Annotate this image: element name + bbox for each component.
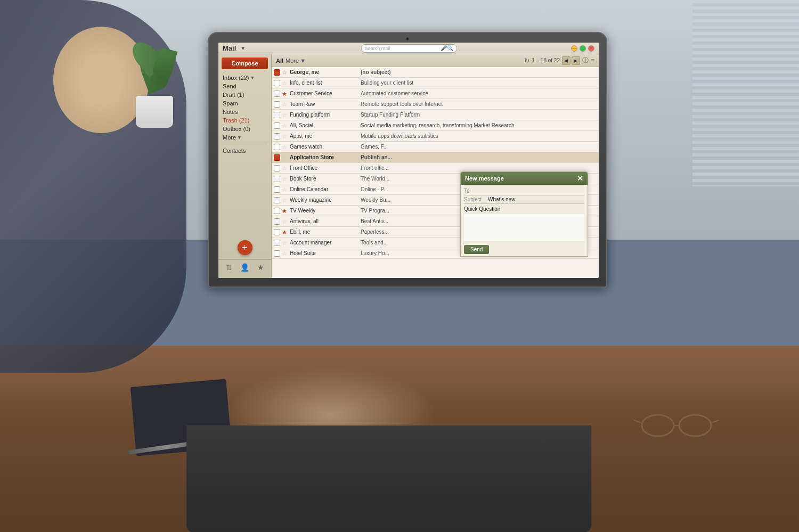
laptop-keyboard: // Will render keys via JS below [186, 425, 591, 532]
table-row[interactable]: ☆ Application Store Publish an... [272, 152, 599, 163]
star-icon[interactable]: ☆ [282, 240, 288, 246]
table-row[interactable]: ★ Customer Service Automated customer se… [272, 88, 599, 99]
minimize-button[interactable]: — [571, 45, 577, 52]
refresh-button[interactable]: ↻ [524, 57, 529, 64]
table-row[interactable]: ☆ Apps, me Mobile apps downloads statist… [272, 131, 599, 142]
star-icon[interactable]: ☆ [282, 144, 288, 150]
laptop-bezel: Mail ▼ Search mail 🎤 🔍 — □ ✕ [208, 32, 607, 288]
star-icon[interactable]: ☆ [282, 176, 288, 182]
quick-question-text[interactable]: Quick Question [464, 206, 584, 212]
table-row[interactable]: ☆ Team Raw Remote support tools over Int… [272, 99, 599, 110]
sender-name: Book Store [290, 176, 359, 182]
filter-icon[interactable]: ⇅ [226, 263, 232, 272]
new-message-body: To Subject What's new Quick Question [461, 185, 588, 243]
sender-name: All, Social [290, 122, 359, 128]
contacts-icon[interactable]: 👤 [240, 263, 249, 272]
star-icon[interactable]: ☆ [282, 69, 288, 76]
star-icon[interactable]: ★ [282, 208, 288, 214]
title-dropdown-icon[interactable]: ▼ [239, 45, 247, 52]
sidebar-item-inbox[interactable]: Inbox (22) ▼ [218, 73, 271, 82]
draft-label: Draft (1) [223, 92, 244, 98]
sidebar-item-outbox[interactable]: Outbox (0) [218, 125, 271, 133]
email-checkbox[interactable] [274, 112, 280, 118]
star-icon[interactable]: ☆ [282, 165, 288, 171]
star-icon[interactable]: ☆ [282, 133, 288, 140]
email-checkbox[interactable] [274, 91, 280, 97]
star-icon[interactable]: ☆ [282, 250, 288, 257]
to-field: To [464, 187, 584, 195]
email-checkbox[interactable] [274, 197, 280, 203]
prev-page-button[interactable]: ◀ [562, 56, 570, 65]
plant [123, 21, 186, 128]
star-icon[interactable]: ☆ [282, 101, 288, 108]
star-icon[interactable]: ★ [282, 229, 288, 235]
sender-name: Ebill, me [290, 229, 359, 235]
star-icon[interactable]: ☆ [282, 80, 288, 86]
title-bar: Mail ▼ Search mail 🎤 🔍 — □ ✕ [218, 43, 599, 54]
star-icon[interactable]: ☆ [282, 197, 288, 203]
info-button[interactable]: ⓘ [582, 56, 589, 65]
sender-name: Customer Service [290, 91, 359, 96]
email-subject: Automated customer service [361, 91, 597, 96]
email-checkbox[interactable] [274, 144, 280, 150]
search-box[interactable]: Search mail 🎤 🔍 [361, 44, 457, 53]
new-message-title: New message [465, 175, 504, 182]
star-icon[interactable]: ☆ [282, 112, 288, 118]
email-checkbox[interactable] [274, 186, 280, 193]
email-checkbox[interactable] [274, 208, 280, 214]
sidebar-item-notes[interactable]: Notes [218, 108, 271, 116]
subject-input[interactable]: What's new [488, 197, 584, 202]
table-row[interactable]: ☆ George, me (no subject) [272, 67, 599, 78]
more-filter[interactable]: More ▼ [286, 58, 306, 64]
sidebar-divider [222, 144, 268, 144]
email-checkbox[interactable] [274, 240, 280, 246]
email-checkbox[interactable] [274, 218, 280, 225]
spam-label: Spam [223, 100, 238, 107]
email-subject: (no subject) [361, 69, 597, 75]
star-icon[interactable]: ☆ [282, 122, 288, 129]
email-checkbox[interactable] [274, 101, 280, 108]
star-icon[interactable]: ☆ [282, 218, 288, 225]
email-checkbox[interactable] [274, 69, 280, 76]
email-checkbox[interactable] [274, 122, 280, 129]
search-icon[interactable]: 🔍 [447, 45, 453, 51]
star-icon[interactable]: ★ [282, 91, 288, 97]
svg-point-0 [642, 415, 674, 436]
sender-name: Team Raw [290, 101, 359, 107]
email-checkbox[interactable] [274, 176, 280, 182]
table-row[interactable]: ☆ All, Social Social media marketing, re… [272, 120, 599, 131]
window-blinds [692, 0, 799, 186]
star-icon[interactable]: ☆ [282, 186, 288, 193]
outbox-label: Outbox (0) [223, 126, 250, 132]
favorites-icon[interactable]: ★ [257, 263, 264, 272]
table-row[interactable]: ☆ Funding platform Startup Funding Platf… [272, 110, 599, 120]
sidebar-item-more[interactable]: More ▼ [218, 133, 271, 142]
table-row[interactable]: ☆ Info, client list Building your client… [272, 78, 599, 88]
email-checkbox[interactable] [274, 80, 280, 86]
star-icon[interactable]: ☆ [282, 154, 288, 161]
send-button[interactable]: Send [464, 245, 489, 254]
laptop: Mail ▼ Search mail 🎤 🔍 — □ ✕ [208, 32, 613, 335]
email-checkbox[interactable] [274, 133, 280, 140]
add-button[interactable]: + [238, 240, 252, 255]
menu-button[interactable]: ≡ [591, 57, 594, 64]
notes-label: Notes [223, 109, 238, 115]
compose-area[interactable] [464, 214, 584, 241]
sidebar-item-trash[interactable]: Trash (21) [218, 116, 271, 125]
sidebar-item-draft[interactable]: Draft (1) [218, 91, 271, 99]
next-page-button[interactable]: ▶ [572, 56, 580, 65]
quick-question-field: Quick Question [464, 204, 584, 214]
email-checkbox[interactable] [274, 165, 280, 171]
close-button[interactable]: ✕ [588, 45, 594, 52]
email-checkbox[interactable] [274, 154, 280, 161]
maximize-button[interactable]: □ [580, 45, 586, 52]
sidebar-item-send[interactable]: Send [218, 82, 271, 91]
table-row[interactable]: ☆ Games watch Games, F... [272, 142, 599, 152]
sidebar-item-contacts[interactable]: Contacts [218, 146, 271, 155]
sidebar-item-spam[interactable]: Spam [218, 99, 271, 108]
new-message-close-button[interactable]: ✕ [577, 174, 583, 183]
email-checkbox[interactable] [274, 250, 280, 257]
all-filter[interactable]: All [276, 58, 283, 64]
compose-button[interactable]: Compose [222, 58, 268, 69]
email-checkbox[interactable] [274, 229, 280, 235]
